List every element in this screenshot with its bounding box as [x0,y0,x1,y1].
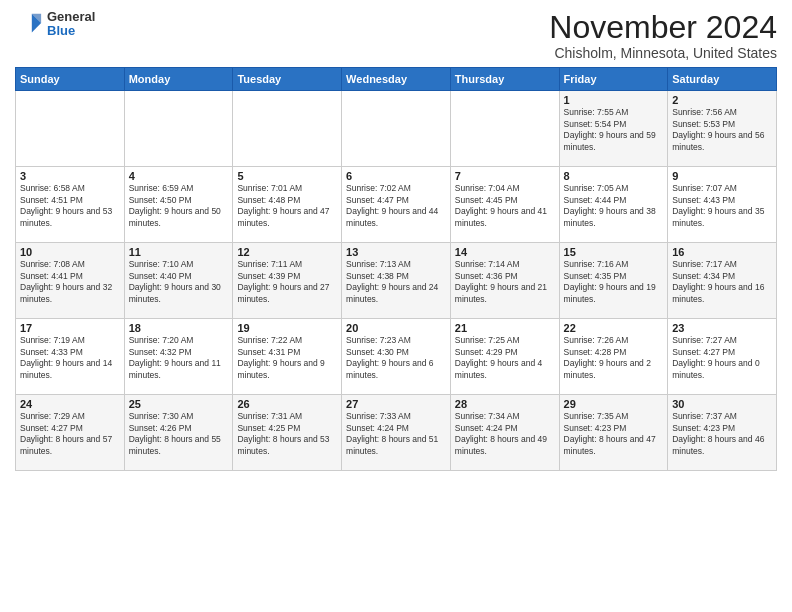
calendar-cell: 12Sunrise: 7:11 AM Sunset: 4:39 PM Dayli… [233,243,342,319]
calendar-cell: 21Sunrise: 7:25 AM Sunset: 4:29 PM Dayli… [450,319,559,395]
day-detail: Sunrise: 7:25 AM Sunset: 4:29 PM Dayligh… [455,335,555,381]
calendar-week-1: 1Sunrise: 7:55 AM Sunset: 5:54 PM Daylig… [16,91,777,167]
logo-general-text: General [47,10,95,24]
day-number: 12 [237,246,337,258]
day-detail: Sunrise: 7:29 AM Sunset: 4:27 PM Dayligh… [20,411,120,457]
header-friday: Friday [559,68,668,91]
day-detail: Sunrise: 7:16 AM Sunset: 4:35 PM Dayligh… [564,259,664,305]
header-sunday: Sunday [16,68,125,91]
calendar-cell [233,91,342,167]
calendar-cell: 7Sunrise: 7:04 AM Sunset: 4:45 PM Daylig… [450,167,559,243]
calendar-cell: 22Sunrise: 7:26 AM Sunset: 4:28 PM Dayli… [559,319,668,395]
calendar-week-4: 17Sunrise: 7:19 AM Sunset: 4:33 PM Dayli… [16,319,777,395]
header-row-days: Sunday Monday Tuesday Wednesday Thursday… [16,68,777,91]
day-detail: Sunrise: 7:02 AM Sunset: 4:47 PM Dayligh… [346,183,446,229]
day-detail: Sunrise: 7:08 AM Sunset: 4:41 PM Dayligh… [20,259,120,305]
day-detail: Sunrise: 6:59 AM Sunset: 4:50 PM Dayligh… [129,183,229,229]
calendar-cell: 17Sunrise: 7:19 AM Sunset: 4:33 PM Dayli… [16,319,125,395]
day-detail: Sunrise: 7:19 AM Sunset: 4:33 PM Dayligh… [20,335,120,381]
calendar-cell: 24Sunrise: 7:29 AM Sunset: 4:27 PM Dayli… [16,395,125,471]
day-detail: Sunrise: 7:37 AM Sunset: 4:23 PM Dayligh… [672,411,772,457]
day-number: 10 [20,246,120,258]
day-number: 18 [129,322,229,334]
logo: General Blue [15,10,95,39]
calendar-cell: 19Sunrise: 7:22 AM Sunset: 4:31 PM Dayli… [233,319,342,395]
calendar-week-5: 24Sunrise: 7:29 AM Sunset: 4:27 PM Dayli… [16,395,777,471]
day-detail: Sunrise: 7:14 AM Sunset: 4:36 PM Dayligh… [455,259,555,305]
day-detail: Sunrise: 7:26 AM Sunset: 4:28 PM Dayligh… [564,335,664,381]
calendar-cell: 10Sunrise: 7:08 AM Sunset: 4:41 PM Dayli… [16,243,125,319]
title-block: November 2024 Chisholm, Minnesota, Unite… [549,10,777,61]
calendar-table: Sunday Monday Tuesday Wednesday Thursday… [15,67,777,471]
header-row: General Blue November 2024 Chisholm, Min… [15,10,777,61]
calendar-cell: 30Sunrise: 7:37 AM Sunset: 4:23 PM Dayli… [668,395,777,471]
calendar-cell: 6Sunrise: 7:02 AM Sunset: 4:47 PM Daylig… [342,167,451,243]
calendar-week-2: 3Sunrise: 6:58 AM Sunset: 4:51 PM Daylig… [16,167,777,243]
main-container: General Blue November 2024 Chisholm, Min… [0,0,792,476]
day-number: 22 [564,322,664,334]
day-number: 26 [237,398,337,410]
calendar-cell [16,91,125,167]
day-number: 13 [346,246,446,258]
day-number: 27 [346,398,446,410]
calendar-cell: 3Sunrise: 6:58 AM Sunset: 4:51 PM Daylig… [16,167,125,243]
day-detail: Sunrise: 7:23 AM Sunset: 4:30 PM Dayligh… [346,335,446,381]
day-number: 30 [672,398,772,410]
main-title: November 2024 [549,10,777,45]
day-number: 19 [237,322,337,334]
calendar-cell: 29Sunrise: 7:35 AM Sunset: 4:23 PM Dayli… [559,395,668,471]
day-number: 16 [672,246,772,258]
day-number: 6 [346,170,446,182]
calendar-cell: 13Sunrise: 7:13 AM Sunset: 4:38 PM Dayli… [342,243,451,319]
day-number: 20 [346,322,446,334]
calendar-week-3: 10Sunrise: 7:08 AM Sunset: 4:41 PM Dayli… [16,243,777,319]
header-tuesday: Tuesday [233,68,342,91]
day-detail: Sunrise: 7:05 AM Sunset: 4:44 PM Dayligh… [564,183,664,229]
day-detail: Sunrise: 7:07 AM Sunset: 4:43 PM Dayligh… [672,183,772,229]
day-number: 1 [564,94,664,106]
calendar-cell [342,91,451,167]
day-detail: Sunrise: 7:11 AM Sunset: 4:39 PM Dayligh… [237,259,337,305]
day-detail: Sunrise: 7:22 AM Sunset: 4:31 PM Dayligh… [237,335,337,381]
calendar-cell: 20Sunrise: 7:23 AM Sunset: 4:30 PM Dayli… [342,319,451,395]
logo-icon [15,10,43,38]
day-detail: Sunrise: 7:30 AM Sunset: 4:26 PM Dayligh… [129,411,229,457]
day-detail: Sunrise: 7:33 AM Sunset: 4:24 PM Dayligh… [346,411,446,457]
day-detail: Sunrise: 7:04 AM Sunset: 4:45 PM Dayligh… [455,183,555,229]
subtitle: Chisholm, Minnesota, United States [549,45,777,61]
header-wednesday: Wednesday [342,68,451,91]
day-detail: Sunrise: 7:31 AM Sunset: 4:25 PM Dayligh… [237,411,337,457]
header-monday: Monday [124,68,233,91]
calendar-cell: 27Sunrise: 7:33 AM Sunset: 4:24 PM Dayli… [342,395,451,471]
calendar-cell: 14Sunrise: 7:14 AM Sunset: 4:36 PM Dayli… [450,243,559,319]
calendar-cell [124,91,233,167]
calendar-cell: 9Sunrise: 7:07 AM Sunset: 4:43 PM Daylig… [668,167,777,243]
day-number: 4 [129,170,229,182]
logo-blue-text: Blue [47,24,95,38]
day-number: 5 [237,170,337,182]
calendar-cell: 11Sunrise: 7:10 AM Sunset: 4:40 PM Dayli… [124,243,233,319]
day-number: 29 [564,398,664,410]
day-number: 3 [20,170,120,182]
day-detail: Sunrise: 7:27 AM Sunset: 4:27 PM Dayligh… [672,335,772,381]
day-number: 25 [129,398,229,410]
day-detail: Sunrise: 7:35 AM Sunset: 4:23 PM Dayligh… [564,411,664,457]
day-number: 28 [455,398,555,410]
day-detail: Sunrise: 7:55 AM Sunset: 5:54 PM Dayligh… [564,107,664,153]
day-number: 23 [672,322,772,334]
day-detail: Sunrise: 6:58 AM Sunset: 4:51 PM Dayligh… [20,183,120,229]
day-number: 17 [20,322,120,334]
calendar-cell: 1Sunrise: 7:55 AM Sunset: 5:54 PM Daylig… [559,91,668,167]
day-detail: Sunrise: 7:56 AM Sunset: 5:53 PM Dayligh… [672,107,772,153]
calendar-cell: 25Sunrise: 7:30 AM Sunset: 4:26 PM Dayli… [124,395,233,471]
day-number: 2 [672,94,772,106]
day-number: 14 [455,246,555,258]
calendar-cell: 26Sunrise: 7:31 AM Sunset: 4:25 PM Dayli… [233,395,342,471]
logo-text: General Blue [47,10,95,39]
calendar-cell: 18Sunrise: 7:20 AM Sunset: 4:32 PM Dayli… [124,319,233,395]
calendar-body: 1Sunrise: 7:55 AM Sunset: 5:54 PM Daylig… [16,91,777,471]
day-detail: Sunrise: 7:01 AM Sunset: 4:48 PM Dayligh… [237,183,337,229]
calendar-cell: 16Sunrise: 7:17 AM Sunset: 4:34 PM Dayli… [668,243,777,319]
day-detail: Sunrise: 7:34 AM Sunset: 4:24 PM Dayligh… [455,411,555,457]
day-detail: Sunrise: 7:10 AM Sunset: 4:40 PM Dayligh… [129,259,229,305]
